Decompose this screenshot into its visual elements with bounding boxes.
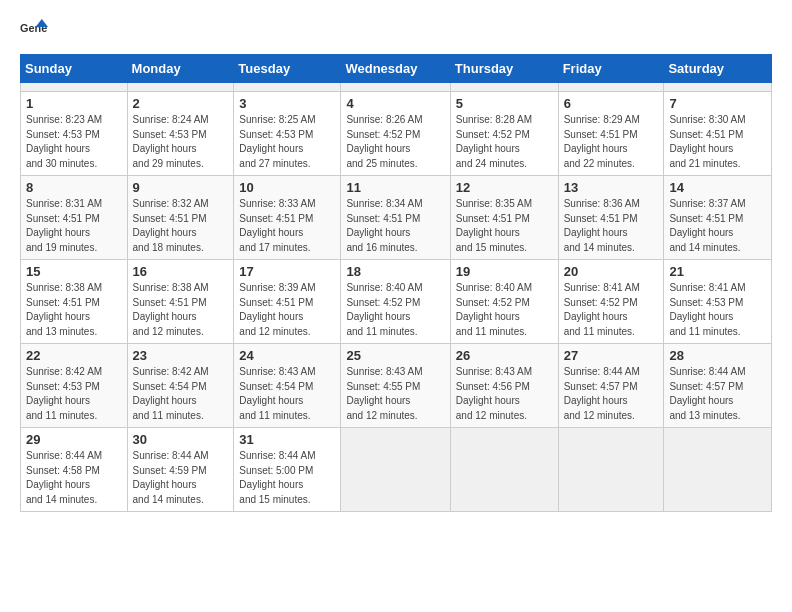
daylight-label: Daylight hours (346, 311, 410, 322)
day-detail: Sunrise: 8:44 AMSunset: 4:57 PMDaylight … (564, 365, 659, 423)
calendar-cell: 6Sunrise: 8:29 AMSunset: 4:51 PMDaylight… (558, 92, 664, 176)
sunrise-text: Sunrise: 8:44 AM (669, 366, 745, 377)
daylight-label: Daylight hours (456, 311, 520, 322)
day-of-week-header: Friday (558, 55, 664, 83)
daylight-duration: and 14 minutes. (26, 494, 97, 505)
sunrise-text: Sunrise: 8:40 AM (346, 282, 422, 293)
calendar-cell: 21Sunrise: 8:41 AMSunset: 4:53 PMDayligh… (664, 260, 772, 344)
sunset-text: Sunset: 4:51 PM (564, 213, 638, 224)
calendar-cell: 11Sunrise: 8:34 AMSunset: 4:51 PMDayligh… (341, 176, 450, 260)
day-number: 22 (26, 348, 122, 363)
day-detail: Sunrise: 8:24 AMSunset: 4:53 PMDaylight … (133, 113, 229, 171)
sunset-text: Sunset: 4:59 PM (133, 465, 207, 476)
sunset-text: Sunset: 4:51 PM (346, 213, 420, 224)
day-number: 13 (564, 180, 659, 195)
calendar-cell: 4Sunrise: 8:26 AMSunset: 4:52 PMDaylight… (341, 92, 450, 176)
calendar-cell (664, 428, 772, 512)
calendar-cell: 10Sunrise: 8:33 AMSunset: 4:51 PMDayligh… (234, 176, 341, 260)
calendar-cell: 22Sunrise: 8:42 AMSunset: 4:53 PMDayligh… (21, 344, 128, 428)
calendar-cell: 23Sunrise: 8:42 AMSunset: 4:54 PMDayligh… (127, 344, 234, 428)
day-number: 1 (26, 96, 122, 111)
calendar-cell: 31Sunrise: 8:44 AMSunset: 5:00 PMDayligh… (234, 428, 341, 512)
sunrise-text: Sunrise: 8:44 AM (564, 366, 640, 377)
daylight-duration: and 13 minutes. (669, 410, 740, 421)
day-detail: Sunrise: 8:44 AMSunset: 4:59 PMDaylight … (133, 449, 229, 507)
day-number: 17 (239, 264, 335, 279)
sunrise-text: Sunrise: 8:42 AM (133, 366, 209, 377)
day-number: 18 (346, 264, 444, 279)
sunrise-text: Sunrise: 8:28 AM (456, 114, 532, 125)
daylight-duration: and 15 minutes. (239, 494, 310, 505)
daylight-label: Daylight hours (456, 395, 520, 406)
calendar-cell: 12Sunrise: 8:35 AMSunset: 4:51 PMDayligh… (450, 176, 558, 260)
daylight-label: Daylight hours (133, 311, 197, 322)
sunrise-text: Sunrise: 8:44 AM (26, 450, 102, 461)
daylight-label: Daylight hours (456, 143, 520, 154)
daylight-label: Daylight hours (564, 395, 628, 406)
day-of-week-header: Thursday (450, 55, 558, 83)
sunrise-text: Sunrise: 8:41 AM (669, 282, 745, 293)
calendar-cell: 16Sunrise: 8:38 AMSunset: 4:51 PMDayligh… (127, 260, 234, 344)
daylight-label: Daylight hours (239, 143, 303, 154)
calendar-week-row: 1Sunrise: 8:23 AMSunset: 4:53 PMDaylight… (21, 92, 772, 176)
daylight-duration: and 12 minutes. (133, 326, 204, 337)
daylight-duration: and 24 minutes. (456, 158, 527, 169)
day-detail: Sunrise: 8:28 AMSunset: 4:52 PMDaylight … (456, 113, 553, 171)
sunrise-text: Sunrise: 8:44 AM (133, 450, 209, 461)
sunset-text: Sunset: 4:51 PM (133, 297, 207, 308)
calendar-cell: 15Sunrise: 8:38 AMSunset: 4:51 PMDayligh… (21, 260, 128, 344)
sunset-text: Sunset: 4:54 PM (133, 381, 207, 392)
calendar-cell: 28Sunrise: 8:44 AMSunset: 4:57 PMDayligh… (664, 344, 772, 428)
calendar-cell: 17Sunrise: 8:39 AMSunset: 4:51 PMDayligh… (234, 260, 341, 344)
day-number: 24 (239, 348, 335, 363)
daylight-duration: and 11 minutes. (239, 410, 310, 421)
sunset-text: Sunset: 4:55 PM (346, 381, 420, 392)
daylight-label: Daylight hours (133, 479, 197, 490)
daylight-duration: and 22 minutes. (564, 158, 635, 169)
calendar-cell: 20Sunrise: 8:41 AMSunset: 4:52 PMDayligh… (558, 260, 664, 344)
day-detail: Sunrise: 8:43 AMSunset: 4:54 PMDaylight … (239, 365, 335, 423)
daylight-duration: and 12 minutes. (346, 410, 417, 421)
daylight-duration: and 29 minutes. (133, 158, 204, 169)
sunrise-text: Sunrise: 8:38 AM (26, 282, 102, 293)
calendar-cell (450, 83, 558, 92)
sunset-text: Sunset: 5:00 PM (239, 465, 313, 476)
day-detail: Sunrise: 8:35 AMSunset: 4:51 PMDaylight … (456, 197, 553, 255)
calendar-week-row: 8Sunrise: 8:31 AMSunset: 4:51 PMDaylight… (21, 176, 772, 260)
daylight-label: Daylight hours (669, 143, 733, 154)
sunset-text: Sunset: 4:53 PM (26, 381, 100, 392)
day-number: 25 (346, 348, 444, 363)
day-number: 5 (456, 96, 553, 111)
sunrise-text: Sunrise: 8:34 AM (346, 198, 422, 209)
sunset-text: Sunset: 4:53 PM (669, 297, 743, 308)
sunrise-text: Sunrise: 8:36 AM (564, 198, 640, 209)
sunrise-text: Sunrise: 8:33 AM (239, 198, 315, 209)
day-of-week-header: Wednesday (341, 55, 450, 83)
daylight-label: Daylight hours (346, 227, 410, 238)
sunrise-text: Sunrise: 8:35 AM (456, 198, 532, 209)
sunrise-text: Sunrise: 8:38 AM (133, 282, 209, 293)
daylight-label: Daylight hours (133, 227, 197, 238)
sunset-text: Sunset: 4:51 PM (669, 129, 743, 140)
sunset-text: Sunset: 4:58 PM (26, 465, 100, 476)
sunset-text: Sunset: 4:52 PM (346, 129, 420, 140)
day-number: 12 (456, 180, 553, 195)
calendar-cell (558, 428, 664, 512)
calendar-cell: 29Sunrise: 8:44 AMSunset: 4:58 PMDayligh… (21, 428, 128, 512)
calendar-cell: 9Sunrise: 8:32 AMSunset: 4:51 PMDaylight… (127, 176, 234, 260)
calendar-cell: 13Sunrise: 8:36 AMSunset: 4:51 PMDayligh… (558, 176, 664, 260)
sunrise-text: Sunrise: 8:29 AM (564, 114, 640, 125)
day-detail: Sunrise: 8:23 AMSunset: 4:53 PMDaylight … (26, 113, 122, 171)
day-of-week-header: Monday (127, 55, 234, 83)
daylight-label: Daylight hours (26, 311, 90, 322)
sunset-text: Sunset: 4:53 PM (26, 129, 100, 140)
sunrise-text: Sunrise: 8:32 AM (133, 198, 209, 209)
daylight-duration: and 16 minutes. (346, 242, 417, 253)
calendar-cell (21, 83, 128, 92)
calendar-cell: 7Sunrise: 8:30 AMSunset: 4:51 PMDaylight… (664, 92, 772, 176)
sunset-text: Sunset: 4:53 PM (239, 129, 313, 140)
sunrise-text: Sunrise: 8:44 AM (239, 450, 315, 461)
sunset-text: Sunset: 4:51 PM (456, 213, 530, 224)
daylight-duration: and 14 minutes. (133, 494, 204, 505)
day-number: 2 (133, 96, 229, 111)
